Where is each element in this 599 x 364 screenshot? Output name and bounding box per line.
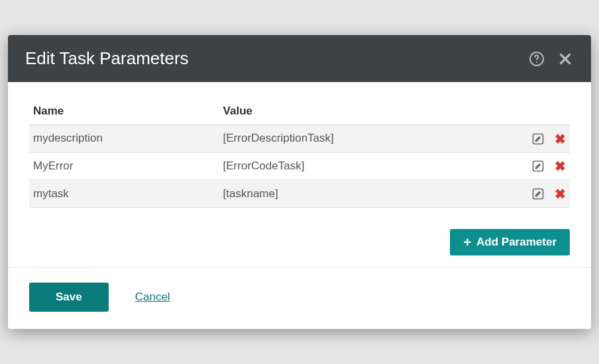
add-parameter-label: Add Parameter	[476, 236, 557, 249]
edit-icon[interactable]	[531, 187, 545, 201]
delete-icon[interactable]: ✖	[555, 187, 566, 201]
dialog-header: Edit Task Parameters	[8, 35, 591, 82]
col-header-value: Value	[219, 99, 510, 125]
table-row: MyError [ErrorCodeTask] ✖	[29, 152, 570, 180]
cancel-link[interactable]: Cancel	[135, 291, 170, 304]
table-row: mydescription [ErrorDescriptionTask] ✖	[29, 125, 570, 153]
edit-task-parameters-dialog: Edit Task Parameters Name	[8, 35, 591, 329]
parameters-table: Name Value mydescription [ErrorDescripti…	[29, 99, 570, 208]
add-parameter-button[interactable]: + Add Parameter	[450, 229, 570, 255]
delete-icon[interactable]: ✖	[555, 159, 566, 173]
edit-icon[interactable]	[531, 132, 545, 146]
param-value: [ErrorCodeTask]	[219, 152, 510, 180]
close-icon[interactable]	[557, 50, 574, 68]
col-header-actions	[510, 99, 570, 125]
save-button[interactable]: Save	[29, 283, 109, 312]
dialog-body: Name Value mydescription [ErrorDescripti…	[8, 82, 591, 267]
dialog-footer: Save Cancel	[8, 267, 591, 329]
param-name: MyError	[29, 152, 219, 180]
plus-icon: +	[463, 236, 471, 249]
svg-point-1	[536, 62, 537, 63]
param-value: [taskname]	[219, 180, 510, 208]
delete-icon[interactable]: ✖	[555, 132, 566, 146]
add-parameter-row: + Add Parameter	[29, 229, 570, 255]
col-header-name: Name	[29, 99, 219, 125]
table-row: mytask [taskname] ✖	[29, 180, 570, 208]
param-name: mytask	[29, 180, 219, 208]
param-value: [ErrorDescriptionTask]	[219, 125, 510, 153]
edit-icon[interactable]	[531, 159, 545, 173]
help-icon[interactable]	[529, 51, 545, 67]
dialog-title: Edit Task Parameters	[25, 48, 517, 69]
modal-backdrop: Edit Task Parameters Name	[0, 0, 599, 364]
param-name: mydescription	[29, 125, 219, 153]
